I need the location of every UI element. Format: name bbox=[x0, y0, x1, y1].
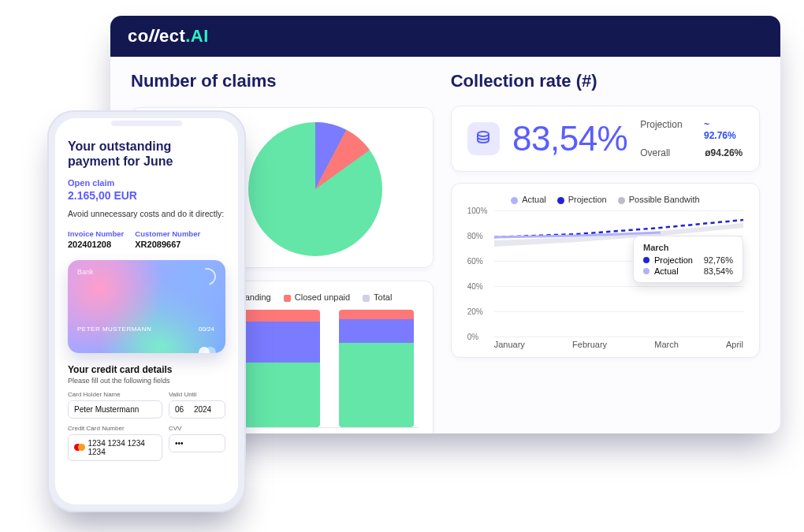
coins-icon bbox=[467, 122, 500, 155]
credit-card-visual: Bank PETER MUSTERMANN 00/24 bbox=[68, 260, 225, 353]
cvv-field[interactable]: CVV ••• bbox=[169, 425, 225, 461]
phone-title: Your outstanding payment for June bbox=[68, 139, 225, 169]
pie-chart bbox=[248, 122, 382, 256]
titlebar: collect.AI bbox=[110, 16, 780, 57]
trend-tooltip: March Projection92,76% Actual83,54% bbox=[633, 236, 743, 283]
bar-february bbox=[244, 310, 319, 427]
cc-form-heading: Your credit card details bbox=[68, 364, 225, 375]
brand-logo: collect.AI bbox=[128, 26, 209, 47]
open-claim-amount: 2.165,00 EUR bbox=[68, 189, 225, 202]
bar-legend-closed: Closed unpaid bbox=[284, 292, 350, 302]
bar-legend-total: Total bbox=[363, 292, 392, 302]
mastercard-icon bbox=[74, 444, 84, 452]
bar-march bbox=[339, 310, 414, 427]
trend-legend: Actual Projection Possible Bandwith bbox=[467, 195, 743, 204]
customer-number: Customer Number XR2089667 bbox=[135, 229, 200, 249]
rate-projection: Projection ~ 92.76% bbox=[640, 119, 743, 141]
open-claim-label: Open claim bbox=[68, 178, 225, 188]
rate-card: 83,54% Projection ~ 92.76% Overall ø94.2… bbox=[451, 106, 760, 172]
card-holder-field[interactable]: Card Holder Name Peter Mustermann bbox=[68, 391, 162, 419]
rate-title: Collection rate (#) bbox=[451, 71, 760, 91]
claims-title: Number of claims bbox=[131, 71, 434, 91]
trend-legend-bandwith: Possible Bandwith bbox=[618, 195, 700, 204]
trend-legend-actual: Actual bbox=[511, 195, 546, 204]
trend-card: Actual Projection Possible Bandwith 100%… bbox=[451, 183, 760, 358]
trend-legend-projection: Projection bbox=[557, 195, 607, 204]
card-number-field[interactable]: Credit Card Number 1234 1234 1234 1234 bbox=[68, 425, 162, 461]
phone-note: Avoid unnecessary costs and do it direct… bbox=[68, 208, 225, 219]
phone-mock: Your outstanding payment for June Open c… bbox=[47, 110, 246, 512]
trend-x-axis: January February March April bbox=[494, 340, 743, 349]
rate-overall: Overall ø94.26% bbox=[640, 147, 743, 158]
invoice-number: Invoice Number 202401208 bbox=[68, 229, 124, 249]
cc-form-sub: Please fill out the following fields bbox=[68, 377, 225, 385]
svg-point-1 bbox=[478, 132, 489, 136]
rate-value: 83,54% bbox=[512, 119, 627, 158]
valid-until-field[interactable]: Valid Until 06 2024 bbox=[169, 391, 225, 419]
